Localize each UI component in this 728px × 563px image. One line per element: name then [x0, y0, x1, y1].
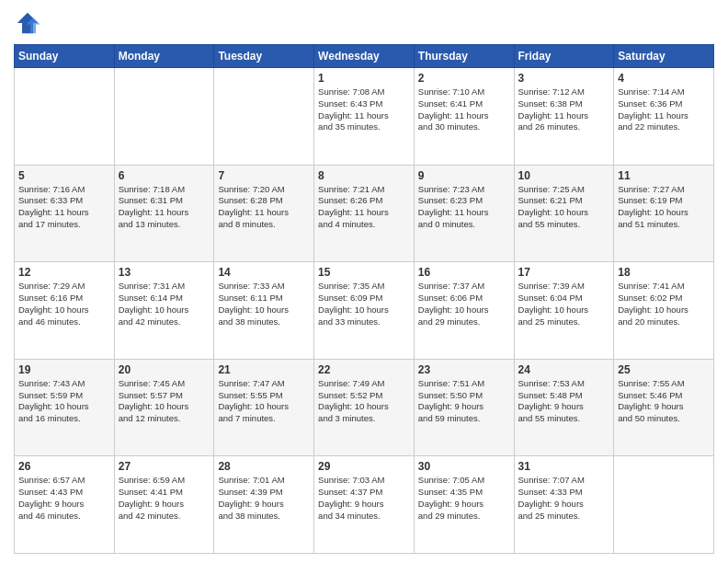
calendar-cell: 14Sunrise: 7:33 AM Sunset: 6:11 PM Dayli…	[214, 262, 314, 360]
calendar-cell: 16Sunrise: 7:37 AM Sunset: 6:06 PM Dayli…	[414, 262, 514, 360]
cell-date: 24	[518, 363, 610, 376]
cell-date: 9	[418, 169, 510, 182]
cell-date: 13	[119, 266, 210, 279]
week-row-4: 26Sunrise: 6:57 AM Sunset: 4:43 PM Dayli…	[15, 456, 714, 554]
cell-date: 19	[18, 363, 110, 376]
cell-date: 27	[119, 460, 210, 473]
calendar-cell: 7Sunrise: 7:20 AM Sunset: 6:28 PM Daylig…	[214, 165, 314, 262]
calendar-cell: 13Sunrise: 7:31 AM Sunset: 6:14 PM Dayli…	[114, 262, 214, 360]
week-row-0: 1Sunrise: 7:08 AM Sunset: 6:43 PM Daylig…	[15, 68, 714, 166]
cell-info: Sunrise: 7:55 AM Sunset: 5:46 PM Dayligh…	[618, 378, 710, 425]
cell-info: Sunrise: 7:10 AM Sunset: 6:41 PM Dayligh…	[418, 86, 510, 133]
cell-info: Sunrise: 6:59 AM Sunset: 4:41 PM Dayligh…	[119, 475, 210, 522]
day-header-wednesday: Wednesday	[314, 45, 415, 68]
calendar-cell: 23Sunrise: 7:51 AM Sunset: 5:50 PM Dayli…	[414, 359, 514, 456]
cell-date: 30	[418, 460, 510, 473]
cell-info: Sunrise: 7:53 AM Sunset: 5:48 PM Dayligh…	[518, 378, 610, 425]
calendar-cell: 24Sunrise: 7:53 AM Sunset: 5:48 PM Dayli…	[514, 359, 614, 456]
day-header-monday: Monday	[114, 45, 214, 68]
cell-date: 14	[218, 266, 310, 279]
cell-info: Sunrise: 7:29 AM Sunset: 6:16 PM Dayligh…	[18, 281, 110, 327]
calendar-cell: 15Sunrise: 7:35 AM Sunset: 6:09 PM Dayli…	[314, 262, 415, 360]
cell-date: 7	[218, 169, 310, 182]
cell-info: Sunrise: 7:45 AM Sunset: 5:57 PM Dayligh…	[119, 378, 210, 425]
cell-info: Sunrise: 7:08 AM Sunset: 6:43 PM Dayligh…	[318, 86, 410, 133]
logo-icon	[14, 9, 41, 37]
cell-date: 23	[418, 363, 510, 376]
cell-info: Sunrise: 7:47 AM Sunset: 5:55 PM Dayligh…	[218, 378, 310, 425]
cell-date: 28	[218, 460, 310, 473]
cell-date: 20	[119, 363, 210, 376]
calendar-cell: 9Sunrise: 7:23 AM Sunset: 6:23 PM Daylig…	[414, 165, 514, 262]
cell-date: 10	[518, 169, 610, 182]
cell-date: 3	[518, 72, 610, 85]
calendar-cell: 18Sunrise: 7:41 AM Sunset: 6:02 PM Dayli…	[614, 262, 714, 360]
cell-info: Sunrise: 7:35 AM Sunset: 6:09 PM Dayligh…	[318, 281, 410, 327]
calendar-cell: 31Sunrise: 7:07 AM Sunset: 4:33 PM Dayli…	[514, 456, 614, 554]
cell-info: Sunrise: 7:31 AM Sunset: 6:14 PM Dayligh…	[119, 281, 210, 327]
cell-date: 16	[418, 266, 510, 279]
cell-date: 22	[318, 363, 410, 376]
cell-date: 1	[318, 72, 410, 85]
cell-info: Sunrise: 7:05 AM Sunset: 4:35 PM Dayligh…	[418, 475, 510, 522]
cell-date: 6	[119, 169, 210, 182]
cell-info: Sunrise: 7:49 AM Sunset: 5:52 PM Dayligh…	[318, 378, 410, 425]
day-header-sunday: Sunday	[15, 45, 115, 68]
calendar-cell	[614, 456, 714, 554]
cell-date: 8	[318, 169, 410, 182]
week-row-1: 5Sunrise: 7:16 AM Sunset: 6:33 PM Daylig…	[15, 165, 714, 262]
cell-date: 4	[618, 72, 710, 85]
calendar-cell: 12Sunrise: 7:29 AM Sunset: 6:16 PM Dayli…	[15, 262, 115, 360]
cell-info: Sunrise: 7:41 AM Sunset: 6:02 PM Dayligh…	[618, 281, 710, 327]
cell-date: 31	[518, 460, 610, 473]
cell-info: Sunrise: 7:39 AM Sunset: 6:04 PM Dayligh…	[518, 281, 610, 327]
cell-info: Sunrise: 7:14 AM Sunset: 6:36 PM Dayligh…	[618, 86, 710, 133]
cell-info: Sunrise: 7:18 AM Sunset: 6:31 PM Dayligh…	[119, 184, 210, 231]
calendar-cell: 8Sunrise: 7:21 AM Sunset: 6:26 PM Daylig…	[314, 165, 415, 262]
cell-date: 5	[18, 169, 110, 182]
cell-date: 26	[18, 460, 110, 473]
day-header-friday: Friday	[514, 45, 614, 68]
calendar-table: SundayMondayTuesdayWednesdayThursdayFrid…	[14, 44, 714, 554]
cell-info: Sunrise: 7:43 AM Sunset: 5:59 PM Dayligh…	[18, 378, 110, 425]
cell-date: 18	[618, 266, 710, 279]
calendar-cell: 21Sunrise: 7:47 AM Sunset: 5:55 PM Dayli…	[214, 359, 314, 456]
calendar-cell	[214, 68, 314, 166]
calendar-cell: 25Sunrise: 7:55 AM Sunset: 5:46 PM Dayli…	[614, 359, 714, 456]
day-header-saturday: Saturday	[614, 45, 714, 68]
calendar-cell	[114, 68, 214, 166]
calendar-cell: 17Sunrise: 7:39 AM Sunset: 6:04 PM Dayli…	[514, 262, 614, 360]
cell-info: Sunrise: 7:07 AM Sunset: 4:33 PM Dayligh…	[518, 475, 610, 522]
cell-info: Sunrise: 6:57 AM Sunset: 4:43 PM Dayligh…	[18, 475, 110, 522]
week-row-2: 12Sunrise: 7:29 AM Sunset: 6:16 PM Dayli…	[15, 262, 714, 360]
week-row-3: 19Sunrise: 7:43 AM Sunset: 5:59 PM Dayli…	[15, 359, 714, 456]
calendar-cell: 19Sunrise: 7:43 AM Sunset: 5:59 PM Dayli…	[15, 359, 115, 456]
calendar-cell: 29Sunrise: 7:03 AM Sunset: 4:37 PM Dayli…	[314, 456, 415, 554]
cell-date: 25	[618, 363, 710, 376]
day-header-tuesday: Tuesday	[214, 45, 314, 68]
cell-date: 2	[418, 72, 510, 85]
calendar-cell: 27Sunrise: 6:59 AM Sunset: 4:41 PM Dayli…	[114, 456, 214, 554]
day-header-thursday: Thursday	[414, 45, 514, 68]
cell-date: 11	[618, 169, 710, 182]
calendar-cell: 10Sunrise: 7:25 AM Sunset: 6:21 PM Dayli…	[514, 165, 614, 262]
cell-info: Sunrise: 7:33 AM Sunset: 6:11 PM Dayligh…	[218, 281, 310, 327]
cell-info: Sunrise: 7:20 AM Sunset: 6:28 PM Dayligh…	[218, 184, 310, 231]
cell-info: Sunrise: 7:03 AM Sunset: 4:37 PM Dayligh…	[318, 475, 410, 522]
cell-info: Sunrise: 7:01 AM Sunset: 4:39 PM Dayligh…	[218, 475, 310, 522]
cell-info: Sunrise: 7:27 AM Sunset: 6:19 PM Dayligh…	[618, 184, 710, 231]
cell-date: 21	[218, 363, 310, 376]
cell-date: 17	[518, 266, 610, 279]
cell-info: Sunrise: 7:21 AM Sunset: 6:26 PM Dayligh…	[318, 184, 410, 231]
calendar-cell: 26Sunrise: 6:57 AM Sunset: 4:43 PM Dayli…	[15, 456, 115, 554]
calendar-cell	[15, 68, 115, 166]
cell-info: Sunrise: 7:25 AM Sunset: 6:21 PM Dayligh…	[518, 184, 610, 231]
logo	[14, 9, 45, 37]
cell-info: Sunrise: 7:12 AM Sunset: 6:38 PM Dayligh…	[518, 86, 610, 133]
cell-date: 15	[318, 266, 410, 279]
header	[14, 9, 714, 37]
calendar-cell: 6Sunrise: 7:18 AM Sunset: 6:31 PM Daylig…	[114, 165, 214, 262]
cell-date: 29	[318, 460, 410, 473]
calendar-cell: 2Sunrise: 7:10 AM Sunset: 6:41 PM Daylig…	[414, 68, 514, 166]
cell-info: Sunrise: 7:16 AM Sunset: 6:33 PM Dayligh…	[18, 184, 110, 231]
